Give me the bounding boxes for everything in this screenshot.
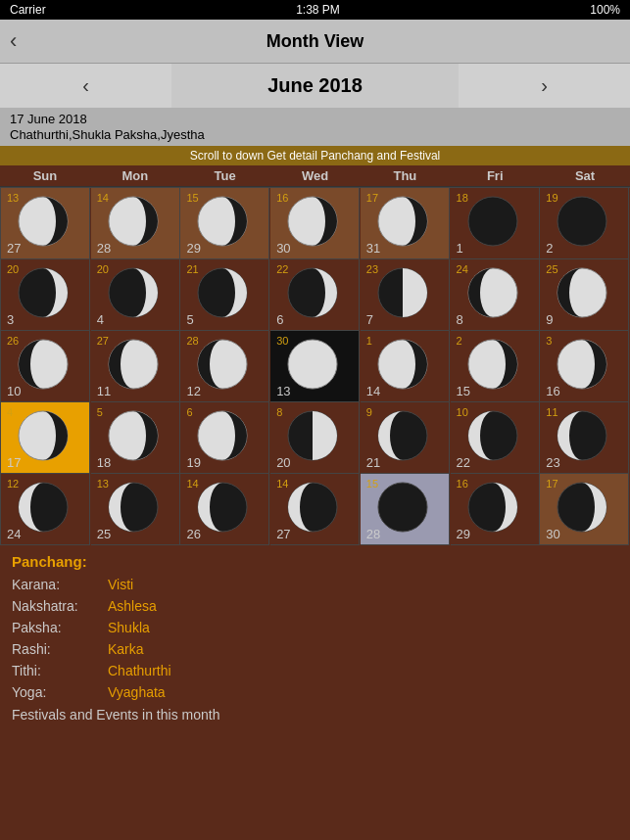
day-header-tue: Tue (180, 165, 270, 186)
calendar-cell[interactable]: 3013 (270, 331, 360, 402)
calendar-cell[interactable]: 921 (361, 402, 450, 474)
calendar-cell[interactable]: 215 (451, 331, 540, 402)
calendar-cell[interactable]: 2711 (91, 331, 180, 402)
moon-number: 19 (546, 192, 557, 204)
day-headers: Sun Mon Tue Wed Thu Fri Sat (0, 165, 630, 187)
date-number: 27 (7, 241, 21, 256)
date-number: 12 (186, 384, 200, 398)
calendar-cell[interactable]: 1629 (451, 474, 540, 545)
moon-phase-icon (467, 339, 522, 394)
calendar-cell[interactable]: 248 (451, 259, 540, 331)
moon-number: 14 (276, 478, 288, 490)
month-title[interactable]: June 2018 (171, 64, 459, 108)
moon-phase-icon (108, 339, 163, 394)
date-number: 24 (7, 527, 21, 541)
date-number: 19 (186, 455, 200, 470)
moon-phase-icon (377, 482, 432, 537)
moon-phase-icon (557, 410, 611, 465)
panchang-yoga-row: Yoga: Vyaghata (12, 681, 618, 703)
date-number: 20 (276, 455, 290, 470)
calendar-cell[interactable]: 1022 (451, 402, 540, 474)
calendar-cell[interactable]: 1427 (270, 474, 360, 545)
moon-number: 23 (366, 263, 378, 275)
moon-number: 15 (186, 192, 198, 204)
calendar-cell[interactable]: 259 (540, 259, 629, 331)
moon-number: 1 (366, 335, 372, 347)
calendar-cell[interactable]: 1730 (540, 474, 629, 545)
day-header-sun: Sun (0, 165, 90, 186)
moon-phase-icon (467, 410, 522, 465)
carrier-label: Carrier (10, 3, 46, 17)
date-number: 30 (546, 527, 559, 541)
calendar-cell[interactable]: 181 (451, 188, 540, 259)
panchang-rashi-row: Rashi: Karka (12, 638, 618, 660)
moon-phase-icon (18, 482, 73, 537)
calendar-cell[interactable]: 1224 (1, 474, 90, 545)
calendar-cell[interactable]: 2812 (180, 331, 269, 402)
moon-phase-icon (557, 196, 611, 251)
calendar-cell[interactable]: 237 (361, 259, 450, 331)
nakshatra-value: Ashlesa (108, 598, 157, 614)
calendar-cell[interactable]: 192 (540, 188, 629, 259)
date-number: 1 (457, 241, 463, 256)
calendar-cell[interactable]: 316 (540, 331, 629, 402)
calendar-cell[interactable]: 1731 (361, 188, 450, 259)
date-number: 9 (546, 312, 553, 327)
battery-label: 100% (590, 3, 620, 17)
date-number: 27 (276, 527, 290, 541)
date-number: 28 (97, 241, 111, 256)
calendar-cell[interactable]: 619 (180, 402, 269, 474)
moon-number: 22 (276, 263, 288, 275)
calendar-cell[interactable]: 518 (91, 402, 180, 474)
calendar-cell[interactable]: 1528 (361, 474, 450, 545)
moon-number: 14 (97, 192, 109, 204)
date-number: 28 (366, 527, 380, 541)
prev-month-button[interactable]: ‹ (0, 64, 171, 108)
calendar-cell[interactable]: 1630 (270, 188, 360, 259)
moon-phase-icon (108, 196, 163, 251)
moon-number: 14 (186, 478, 198, 490)
calendar-cell[interactable]: 820 (270, 402, 360, 474)
date-number: 4 (97, 312, 104, 327)
day-header-mon: Mon (90, 165, 180, 186)
calendar-cell[interactable]: 2610 (1, 331, 90, 402)
calendar-cell[interactable]: 1426 (180, 474, 269, 545)
calendar-cell[interactable]: 215 (180, 259, 269, 331)
date-number: 22 (457, 455, 470, 470)
calendar-cell[interactable]: 1529 (180, 188, 269, 259)
moon-number: 25 (546, 263, 557, 275)
moon-number: 24 (457, 263, 468, 275)
calendar-cell[interactable]: 1123 (540, 402, 629, 474)
date-number: 17 (7, 455, 21, 470)
moon-number: 6 (186, 406, 192, 418)
moon-number: 3 (546, 335, 552, 347)
moon-phase-icon (287, 339, 342, 394)
festivals-title: Festivals and Events in this month (12, 707, 618, 723)
calendar-cell[interactable]: 114 (361, 331, 450, 402)
karana-key: Karana: (12, 577, 100, 592)
calendar-cell[interactable]: 1428 (91, 188, 180, 259)
moon-number: 11 (546, 406, 557, 418)
moon-number: 12 (7, 478, 19, 490)
moon-phase-icon (108, 267, 163, 322)
calendar-cell[interactable]: 1325 (91, 474, 180, 545)
moon-phase-icon (557, 267, 611, 322)
next-month-button[interactable]: › (459, 64, 630, 108)
moon-number: 20 (7, 263, 19, 275)
calendar-cell[interactable]: 204 (91, 259, 180, 331)
moon-number: 26 (7, 335, 19, 347)
moon-phase-icon (108, 482, 163, 537)
moon-phase-icon (18, 196, 73, 251)
calendar-cell[interactable]: 417 (1, 402, 90, 474)
moon-phase-icon (197, 339, 252, 394)
back-button[interactable]: ‹ (10, 28, 17, 54)
moon-number: 5 (97, 406, 103, 418)
tithi-value: Chathurthi (108, 663, 171, 678)
date-number: 29 (457, 527, 470, 541)
calendar-cell[interactable]: 226 (270, 259, 360, 331)
calendar: Sun Mon Tue Wed Thu Fri Sat 132714281529… (0, 165, 630, 545)
moon-number: 17 (366, 192, 378, 204)
calendar-cell[interactable]: 1327 (1, 188, 90, 259)
calendar-cell[interactable]: 203 (1, 259, 90, 331)
date-number: 31 (366, 241, 380, 256)
